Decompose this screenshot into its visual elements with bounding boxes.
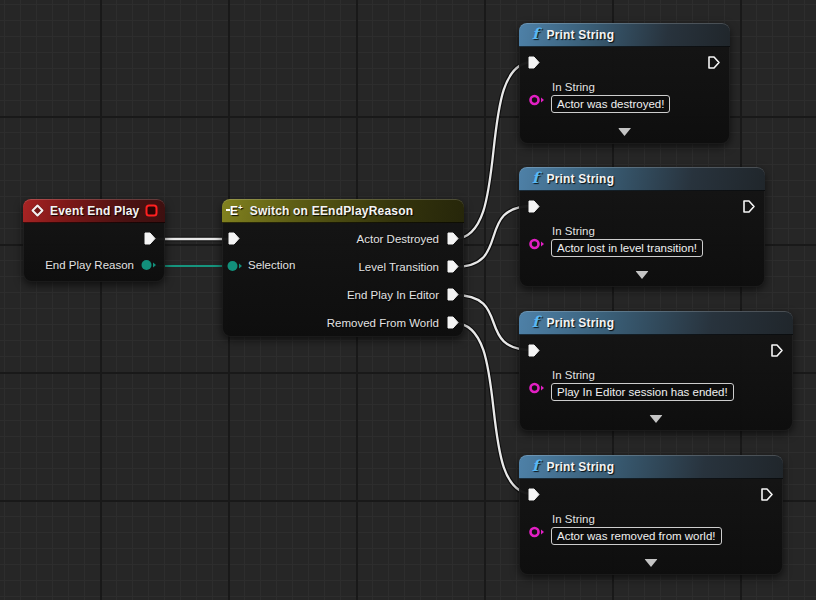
- exec-out-pin[interactable]: [706, 55, 721, 70]
- blueprint-graph-canvas[interactable]: { "graph": { "background_color": "#26262…: [0, 0, 816, 600]
- advanced-display-toggle-icon[interactable]: [645, 559, 658, 567]
- in-string-value[interactable]: Play In Editor session has ended!: [551, 383, 734, 401]
- end-play-reason-pin-label: End Play Reason: [45, 259, 134, 271]
- selection-pin-label: Selection: [248, 259, 295, 271]
- node-header[interactable]: f Print String: [519, 167, 765, 191]
- in-string-pin-label: In String: [552, 225, 595, 237]
- function-f-icon: f: [532, 171, 538, 186]
- in-string-pin[interactable]: [528, 237, 545, 251]
- in-string-value[interactable]: Actor lost in level transition!: [551, 239, 703, 257]
- case-label-end-play-in-editor: End Play In Editor: [347, 289, 439, 301]
- exec-out-pin-removed-from-world[interactable]: [445, 315, 460, 330]
- case-label-actor-destroyed: Actor Destroyed: [357, 233, 439, 245]
- exec-out-pin[interactable]: [142, 231, 157, 246]
- node-print-string-1[interactable]: f Print String In String Actor was destr…: [519, 23, 730, 144]
- case-label-level-transition: Level Transition: [358, 261, 439, 273]
- selection-pin[interactable]: [226, 259, 243, 273]
- node-title: Print String: [546, 172, 614, 186]
- node-print-string-3[interactable]: f Print String In String Play In Editor …: [519, 311, 793, 431]
- switch-enum-icon: E+: [230, 204, 243, 217]
- in-string-value[interactable]: Actor was destroyed!: [551, 95, 670, 113]
- node-title: Print String: [546, 28, 614, 42]
- in-string-pin[interactable]: [528, 381, 545, 395]
- in-string-value[interactable]: Actor was removed from world!: [551, 527, 722, 545]
- function-f-icon: f: [532, 315, 538, 330]
- advanced-display-toggle-icon[interactable]: [650, 415, 663, 423]
- advanced-display-toggle-icon[interactable]: [618, 128, 631, 136]
- exec-out-pin-level-transition[interactable]: [445, 259, 460, 274]
- node-header[interactable]: f Print String: [519, 455, 783, 479]
- node-title: Event End Play: [50, 204, 140, 218]
- node-header[interactable]: Event End Play: [23, 199, 165, 223]
- event-diamond-icon: [31, 204, 44, 217]
- node-print-string-2[interactable]: f Print String In String Actor lost in l…: [519, 167, 765, 287]
- exec-out-pin[interactable]: [759, 487, 774, 502]
- node-header[interactable]: f Print String: [519, 311, 793, 335]
- node-switch-eendplayreason[interactable]: E+ Switch on EEndPlayReason Selection Ac…: [222, 199, 464, 337]
- end-play-reason-pin[interactable]: [140, 258, 157, 272]
- exec-in-pin[interactable]: [526, 343, 541, 358]
- node-title: Print String: [546, 460, 614, 474]
- exec-in-pin[interactable]: [226, 231, 241, 246]
- delegate-pin-icon[interactable]: [145, 204, 158, 217]
- exec-in-pin[interactable]: [526, 487, 541, 502]
- in-string-pin-label: In String: [552, 513, 595, 525]
- advanced-display-toggle-icon[interactable]: [636, 271, 649, 279]
- node-title: Print String: [546, 316, 614, 330]
- exec-out-pin[interactable]: [741, 199, 756, 214]
- exec-in-pin[interactable]: [526, 55, 541, 70]
- in-string-pin-label: In String: [552, 369, 595, 381]
- in-string-pin-label: In String: [552, 81, 595, 93]
- exec-in-pin[interactable]: [526, 199, 541, 214]
- in-string-pin[interactable]: [528, 93, 545, 107]
- exec-out-pin-end-play-in-editor[interactable]: [445, 287, 460, 302]
- node-print-string-4[interactable]: f Print String In String Actor was remov…: [519, 455, 783, 575]
- case-label-removed-from-world: Removed From World: [327, 317, 439, 329]
- in-string-pin[interactable]: [528, 525, 545, 539]
- node-header[interactable]: f Print String: [519, 23, 730, 47]
- node-title: Switch on EEndPlayReason: [250, 204, 414, 218]
- function-f-icon: f: [532, 27, 538, 42]
- exec-out-pin-actor-destroyed[interactable]: [445, 231, 460, 246]
- node-event-end-play[interactable]: Event End Play End Play Reason: [23, 199, 165, 282]
- function-f-icon: f: [532, 459, 538, 474]
- node-header[interactable]: E+ Switch on EEndPlayReason: [222, 199, 464, 223]
- exec-out-pin[interactable]: [769, 343, 784, 358]
